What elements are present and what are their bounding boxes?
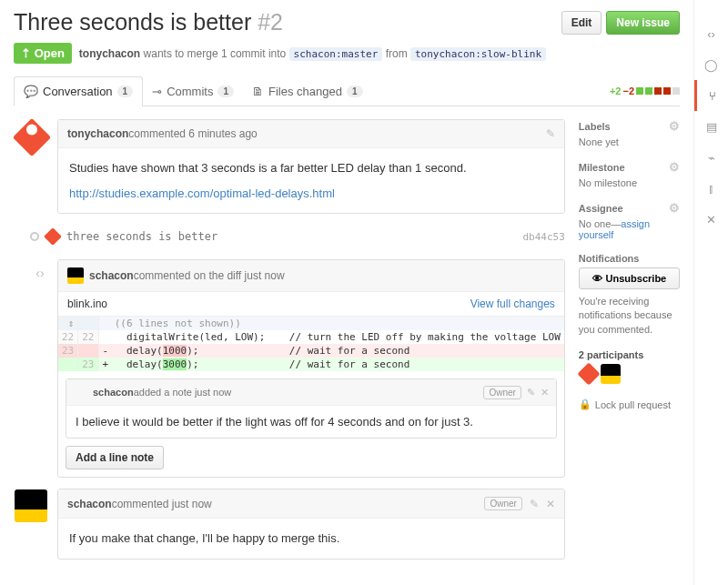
sidebar: Labels⚙ None yet Milestone⚙ No milestone… — [579, 119, 680, 572]
gear-icon[interactable]: ⚙ — [669, 201, 680, 215]
base-branch[interactable]: schacon:master — [289, 47, 383, 61]
tabs: 💬Conversation1 ⊸Commits1 🗎Files changed1… — [14, 76, 680, 106]
pulse-nav-icon[interactable]: ⌁ — [694, 142, 728, 173]
lock-icon: 🔒 — [579, 398, 592, 410]
comment-body-1: tonychacon commented 6 minutes ago ✎ Stu… — [57, 119, 565, 214]
pr-nav-icon[interactable]: ⑂ — [694, 80, 728, 111]
owner-badge: Owner — [483, 386, 521, 399]
diffstat: +2 −2 — [610, 86, 680, 96]
pencil-icon[interactable]: ✎ — [530, 498, 539, 510]
state-badge: ⇡ Open — [14, 43, 72, 64]
code-nav-icon[interactable]: ‹› — [694, 18, 728, 49]
diff-table: ⇕ ((6 lines not shown)) 2222 digitalWrit… — [58, 317, 564, 371]
diff-review: ‹› schacon commented on the diff just no… — [57, 259, 565, 478]
tab-files[interactable]: 🗎Files changed1 — [243, 77, 372, 106]
wiki-nav-icon[interactable]: ▤ — [694, 111, 728, 142]
tab-commits[interactable]: ⊸Commits1 — [143, 77, 243, 106]
add-line-note-button[interactable]: Add a line note — [66, 446, 164, 469]
issue-title: Three seconds is better #2 — [14, 9, 283, 35]
right-rail: ‹› ◯ ⑂ ▤ ⌁ ⫿ ✕ — [693, 0, 728, 585]
settings-nav-icon[interactable]: ✕ — [694, 204, 728, 235]
issues-nav-icon[interactable]: ◯ — [694, 49, 728, 80]
avatar-tonychacon[interactable] — [13, 118, 51, 156]
commit-sha[interactable]: db44c53 — [522, 231, 564, 243]
gear-icon[interactable]: ⚙ — [669, 160, 680, 174]
participant-avatar[interactable] — [577, 362, 600, 385]
comment-icon: 💬 — [24, 85, 38, 98]
gear-icon[interactable]: ⚙ — [669, 119, 680, 133]
close-icon[interactable]: ✕ — [541, 387, 549, 398]
lock-pull-request[interactable]: 🔒Lock pull request — [579, 398, 680, 410]
owner-badge: Owner — [484, 497, 521, 510]
merge-meta: ⇡ Open tonychacon wants to merge 1 commi… — [14, 43, 680, 64]
avatar-schacon-sm[interactable] — [67, 267, 84, 284]
pencil-icon[interactable]: ✎ — [546, 127, 555, 140]
commit-icon: ⊸ — [152, 85, 162, 98]
avatar-schacon[interactable] — [15, 489, 47, 522]
tab-conversation[interactable]: 💬Conversation1 — [14, 76, 143, 106]
avatar-schacon-xs[interactable] — [74, 385, 88, 399]
graphs-nav-icon[interactable]: ⫿ — [694, 173, 728, 204]
commit-dot-icon — [30, 232, 39, 241]
unsubscribe-button[interactable]: 👁Unsubscribe — [579, 267, 680, 289]
inline-note: schacon added a note just now Owner ✎ ✕ … — [66, 378, 557, 439]
commit-row[interactable]: three seconds is better db44c53 — [57, 227, 565, 247]
pencil-icon[interactable]: ✎ — [527, 387, 535, 398]
view-full-changes-link[interactable]: View full changes — [470, 298, 555, 310]
git-icon — [44, 227, 62, 246]
comment-body-2: schacon commented just now Owner ✎ ✕ If … — [57, 489, 565, 560]
compare-branch[interactable]: tonychacon:slow-blink — [410, 47, 546, 61]
close-icon[interactable]: ✕ — [546, 498, 555, 510]
edit-button[interactable]: Edit — [561, 11, 602, 35]
code-icon: ‹› — [31, 266, 49, 280]
study-link[interactable]: http://studies.example.com/optimal-led-d… — [69, 185, 553, 203]
new-issue-button[interactable]: New issue — [606, 11, 680, 35]
participant-avatar[interactable] — [601, 364, 621, 384]
file-icon: 🗎 — [252, 85, 264, 98]
filename: blink.ino — [67, 298, 107, 310]
eye-icon: 👁 — [592, 273, 602, 284]
issue-number: #2 — [258, 9, 283, 35]
